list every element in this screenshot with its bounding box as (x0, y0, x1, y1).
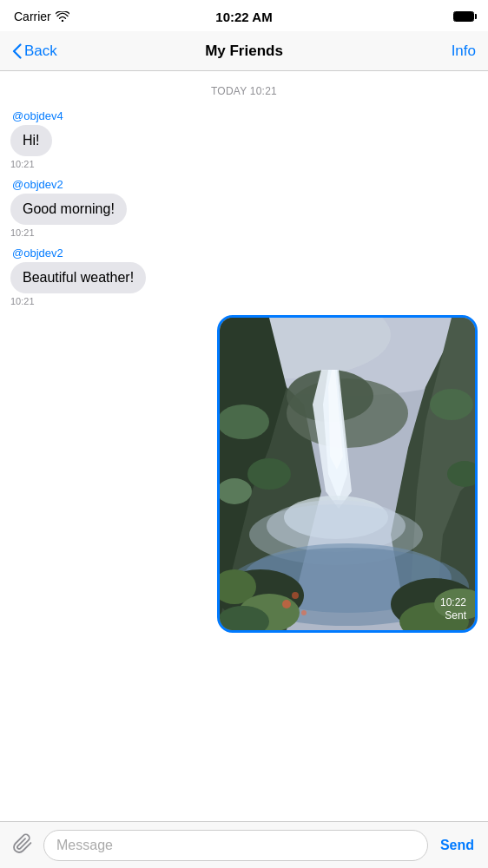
list-item: @objdev4 Hi! 10:21 (10, 109, 314, 169)
sender-name: @objdev4 (10, 109, 63, 122)
info-button[interactable]: Info (452, 43, 476, 60)
waterfall-image (220, 318, 475, 630)
battery-indicator (453, 11, 474, 22)
message-bubble: Hi! (10, 125, 52, 156)
paperclip-icon (12, 833, 33, 854)
svg-point-28 (292, 592, 299, 599)
wifi-icon (56, 11, 69, 22)
message-time: 10:21 (10, 159, 36, 169)
sender-name: @objdev2 (10, 247, 63, 260)
message-bubble: Beautiful weather! (10, 262, 146, 293)
battery-icon (453, 11, 474, 22)
messages-area: TODAY 10:21 @objdev4 Hi! 10:21 @objdev2 … (0, 71, 488, 821)
message-time: 10:21 (10, 227, 36, 238)
sent-time-label: 10:22 Sent (440, 596, 466, 623)
input-bar: Send (0, 821, 488, 868)
nav-bar: Back My Friends Info (0, 31, 488, 71)
status-bar: Carrier 10:22 AM (0, 0, 488, 31)
send-button[interactable]: Send (435, 834, 479, 857)
list-item: @objdev2 Beautiful weather! 10:21 (10, 247, 314, 306)
back-chevron-icon (12, 43, 22, 59)
battery-fill (454, 12, 473, 21)
svg-point-7 (247, 458, 291, 490)
waterfall-scene (220, 318, 475, 630)
svg-point-27 (282, 600, 291, 608)
message-input[interactable] (43, 830, 428, 861)
message-time: 10:21 (10, 296, 36, 306)
list-item: @objdev2 Good morning! 10:21 (10, 178, 314, 238)
svg-point-11 (430, 389, 473, 420)
date-label: TODAY 10:21 (10, 85, 478, 97)
back-button[interactable]: Back (12, 43, 57, 60)
svg-point-0 (62, 20, 63, 22)
attachment-button[interactable] (9, 830, 36, 860)
sender-name: @objdev2 (10, 178, 63, 191)
list-item: 10:22 Sent (212, 315, 478, 633)
message-bubble: Good morning! (10, 194, 127, 225)
carrier-text: Carrier (14, 10, 69, 23)
status-time: 10:22 AM (215, 10, 272, 24)
sent-image-bubble[interactable]: 10:22 Sent (217, 315, 478, 633)
svg-point-29 (301, 610, 307, 615)
nav-title: My Friends (205, 43, 283, 60)
